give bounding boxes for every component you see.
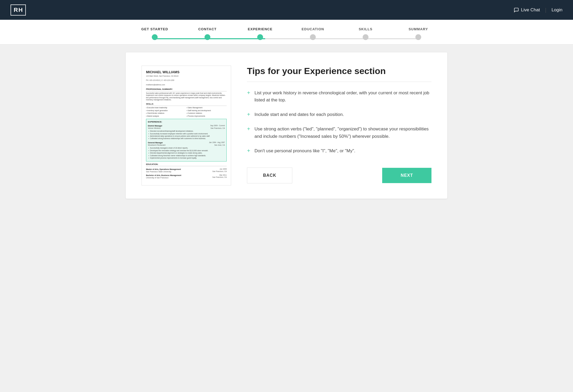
header-right: Live Chat | Login <box>514 7 562 13</box>
header-divider: | <box>545 7 546 13</box>
job1-title: District Manager <box>148 125 162 127</box>
tip-icon-2: + <box>247 111 250 117</box>
bottom-nav: BACK NEXT <box>247 168 431 183</box>
content-card: MICHAEL WILLIAMS 123 Main Street, San Fr… <box>126 52 447 199</box>
step-label-get-started: GET STARTED <box>141 27 168 31</box>
step-dot-education <box>310 34 316 40</box>
job1-bullet4: Cultivated strong business relationships… <box>148 138 225 140</box>
resume-skills-title: SKILLS: <box>146 103 227 106</box>
step-get-started: GET STARTED <box>128 27 181 44</box>
resume-phone: PH: 415-123-0012 | C: 415-123-1200 <box>146 79 227 81</box>
job1-date: Sep 2009 - Current <box>210 125 225 127</box>
edu2-left: Bachelor of Arts, Business Management Un… <box>146 174 181 179</box>
edu2-degree: Bachelor of Arts, Business Management <box>146 174 181 177</box>
login-button[interactable]: Login <box>551 7 562 13</box>
step-experience: EXPERIENCE <box>234 27 286 44</box>
skill-4: Market analysis <box>146 115 186 117</box>
edu1-school: San Francisco State University <box>146 170 181 173</box>
resume-skills-grid: Executive team leadership Sales Manageme… <box>146 107 227 117</box>
tip-text-2: Include start and end dates for each pos… <box>255 111 344 118</box>
resume-job-1: District Manager Sep 2009 - Current Veri… <box>148 125 225 140</box>
tip-item-2: + Include start and end dates for each p… <box>247 111 431 118</box>
step-label-contact: CONTACT <box>198 27 217 31</box>
tip-text-3: Use strong action verbs ("led", "planned… <box>255 125 431 140</box>
skill-6: Staff training and development <box>187 110 227 112</box>
step-label-education: EDUCATION <box>302 27 324 31</box>
step-dot-experience <box>257 34 263 40</box>
edu1-degree: Master of Arts, Operations Management <box>146 168 181 170</box>
job2-bullet1: Successfully managed a team of 18 direct… <box>148 147 225 149</box>
edu-item-1: Master of Arts, Operations Management Sa… <box>146 168 227 173</box>
edu1-left: Master of Arts, Operations Management Sa… <box>146 168 181 173</box>
step-dot-skills <box>363 34 368 40</box>
edu2-school: University of San Francisco <box>146 177 181 179</box>
progress-section: GET STARTED CONTACT EXPERIENCE EDUCATION… <box>0 20 573 45</box>
logo: R H <box>11 4 26 16</box>
tip-text-1: List your work history in reverse chrono… <box>255 89 431 104</box>
logo-r: R <box>14 7 18 13</box>
job1-company: Verizon Wireless San Francisco, CA <box>148 127 225 129</box>
header: R H Live Chat | Login <box>0 0 573 20</box>
step-label-skills: SKILLS <box>359 27 372 31</box>
job1-bullet3: Administered daily operations to ensure … <box>148 135 225 137</box>
job2-bullet5: Implemented process improvements to incr… <box>148 157 225 159</box>
resume-name: MICHAEL WILLIAMS <box>146 70 227 75</box>
step-dot-summary <box>415 34 421 40</box>
step-contact: CONTACT <box>181 27 234 44</box>
step-education: EDUCATION <box>286 27 339 44</box>
step-summary: SUMMARY <box>392 27 445 44</box>
step-label-experience: EXPERIENCE <box>248 27 273 31</box>
resume-preview: MICHAEL WILLIAMS 123 Main Street, San Fr… <box>142 66 231 185</box>
edu1-right: Jun 2009 San Francisco, CA <box>212 168 227 173</box>
live-chat-button[interactable]: Live Chat <box>514 7 540 13</box>
tip-icon-3: + <box>247 126 250 132</box>
job2-date: Jan 1994 - Aug 1997 <box>209 141 225 144</box>
next-button[interactable]: NEXT <box>382 168 431 183</box>
chat-icon <box>514 7 519 13</box>
skill-5: Sales Management <box>187 107 227 109</box>
job2-header: General Manager Jan 1994 - Aug 1997 <box>148 141 225 144</box>
job2-bullet3: Directed departmental alignment on strat… <box>148 152 225 154</box>
resume-job-2: General Manager Jan 1994 - Aug 1997 Wood… <box>148 141 225 159</box>
resume-email: mwilliams@address.com <box>146 84 227 86</box>
tips-divider <box>247 82 431 82</box>
progress-steps: GET STARTED CONTACT EXPERIENCE EDUCATION… <box>128 27 445 44</box>
skill-3: Client/Vendor relations <box>146 112 186 114</box>
main-wrapper: MICHAEL WILLIAMS 123 Main Street, San Fr… <box>115 45 458 207</box>
resume-address: 123 Main Street, San Francisco, CA 94122 <box>146 75 227 77</box>
tip-icon-4: + <box>247 148 250 154</box>
tips-title: Tips for your Experience section <box>247 66 431 76</box>
job2-bullet2: Developed the renovation strategy and ov… <box>148 150 225 152</box>
logo-h: H <box>18 7 23 13</box>
skill-1: Executive team leadership <box>146 107 186 109</box>
resume-summary-title: PROFESSIONAL SUMMARY: <box>146 88 227 91</box>
tip-item-3: + Use strong action verbs ("led", "plann… <box>247 125 431 140</box>
step-label-summary: SUMMARY <box>409 27 428 31</box>
skill-8: Process improvements <box>187 115 227 117</box>
edu-item-2: Bachelor of Arts, Business Management Un… <box>146 174 227 179</box>
tip-item-4: + Don't use personal pronouns like "I", … <box>247 147 431 154</box>
job2-title: General Manager <box>148 141 163 144</box>
skill-2: Inventory report generation <box>146 110 186 112</box>
edu2-right: Mar 2011 San Francisco, CA <box>212 174 227 179</box>
tip-item-1: + List your work history in reverse chro… <box>247 89 431 104</box>
resume-experience-title: EXPERIENCE: <box>148 121 225 123</box>
resume-summary-text: Successful sales professional with 10+ y… <box>146 92 227 101</box>
step-dot-get-started <box>152 34 158 40</box>
resume-education-title: EDUCATION: <box>146 163 227 166</box>
resume-experience-section: EXPERIENCE: District Manager Sep 2009 - … <box>146 119 227 161</box>
progress-line <box>154 38 419 39</box>
step-skills: SKILLS <box>339 27 392 44</box>
job1-bullet1: Directed recruitment/training/staff deve… <box>148 130 225 132</box>
tip-icon-1: + <box>247 90 250 96</box>
tip-text-4: Don't use personal pronouns like "I", "M… <box>255 147 355 154</box>
skill-7: Customer relations <box>187 112 227 114</box>
back-button[interactable]: BACK <box>247 168 292 183</box>
job1-header: District Manager Sep 2009 - Current <box>148 125 225 127</box>
job2-bullet4: Cultivated strong franchise owner relati… <box>148 155 225 157</box>
job2-company: Woodranch Restaurant San Jose, CA <box>148 144 225 146</box>
step-dot-contact <box>205 34 210 40</box>
job1-bullet2: Successfully increased employee retentio… <box>148 133 225 135</box>
tips-section: Tips for your Experience section + List … <box>247 66 431 183</box>
resume-education-section: Master of Arts, Operations Management Sa… <box>146 167 227 181</box>
